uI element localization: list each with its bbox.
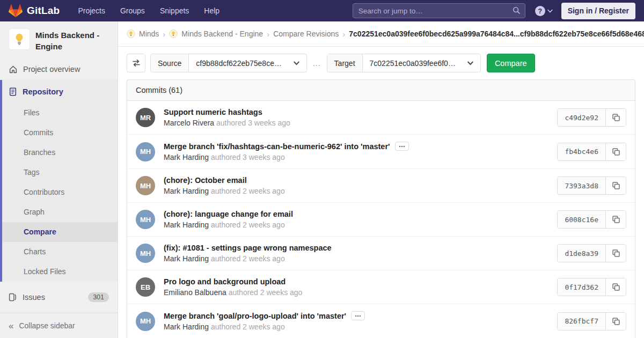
commit-sha-link[interactable]: 6008c16e	[558, 211, 605, 228]
commits-panel: Commits (61) MR Support numeric hashtags	[127, 79, 635, 338]
commit-title-link[interactable]: Merge branch 'goal/pro-logo-upload' into…	[164, 312, 346, 320]
nav-link[interactable]: Groups	[114, 3, 151, 18]
copy-commit-sha-button[interactable]	[605, 278, 626, 296]
commit-sha-group: 7393a3d8	[557, 177, 626, 195]
commit-title-link[interactable]: (chore): language change for email	[164, 210, 293, 218]
sidebar-subitem[interactable]: Locked Files	[2, 262, 118, 282]
commit-sha-group: fb4bc4e6	[557, 143, 626, 161]
target-ref-dropdown[interactable]: 7c02251ec0a039fee6f0…	[363, 54, 480, 72]
sidebar-item-issues[interactable]: Issues 301	[0, 285, 118, 309]
swap-arrows-icon	[132, 59, 141, 67]
chevron-down-icon	[467, 61, 473, 65]
commit-title-link[interactable]: (fix): #1081 - settings page wrong names…	[164, 244, 332, 252]
commit-authored-time: authored 3 weeks ago	[211, 153, 285, 161]
commit-title-link[interactable]: (chore): October email	[164, 176, 247, 185]
commit-author-link[interactable]: Marcelo Rivera	[164, 119, 214, 127]
gitlab-logo[interactable]: GitLab	[9, 4, 60, 17]
sidebar-item-project-overview[interactable]: Project overview	[0, 58, 118, 80]
author-avatar[interactable]: MH	[136, 210, 155, 229]
commit-authored-time: authored 2 weeks ago	[211, 221, 285, 229]
commit-authored-time: authored 2 weeks ago	[211, 254, 285, 263]
source-ref-group: Source cf9b88dcf622eb75e8ce…	[150, 54, 307, 72]
commit-authored-time: authored 2 weeks ago	[211, 322, 285, 331]
copy-icon	[612, 181, 620, 190]
nav-link[interactable]: Help	[197, 3, 226, 18]
author-avatar[interactable]: MH	[136, 176, 155, 195]
author-avatar[interactable]: MH	[136, 312, 155, 331]
copy-commit-sha-button[interactable]	[605, 245, 626, 262]
commit-sha-link[interactable]: fb4bc4e6	[558, 143, 605, 160]
sidebar-subitem[interactable]: Files	[2, 103, 118, 123]
commit-sha-link[interactable]: 0f17d362	[558, 278, 605, 296]
breadcrumb: Minds › Minds Backend - Engine ›	[118, 21, 644, 47]
commit-sha-link[interactable]: 826fbcf7	[558, 313, 605, 330]
commit-author-link[interactable]: Mark Harding	[164, 187, 209, 195]
swap-revisions-button[interactable]	[127, 54, 145, 72]
commit-sha-link[interactable]: c49d2e92	[558, 109, 605, 126]
target-label: Target	[327, 54, 363, 72]
breadcrumb-link[interactable]: Minds	[139, 30, 159, 38]
breadcrumb-item: Compare Revisions ›	[273, 30, 345, 39]
nav-link[interactable]: Snippets	[153, 3, 195, 18]
project-sidebar: Minds Backend - Engine Project overview …	[0, 21, 118, 338]
commit-description-expand-button[interactable]	[395, 142, 409, 151]
commit-author-link[interactable]: Mark Harding	[164, 322, 209, 331]
commit-sha-link[interactable]: d1de8a39	[558, 245, 605, 262]
commit-row: MH (chore): October email Mark Harding a…	[127, 168, 635, 202]
sidebar-section-repository: Repository FilesCommitsBranchesTagsContr…	[0, 80, 118, 282]
author-avatar[interactable]: EB	[136, 277, 155, 297]
sidebar-subitem[interactable]: Branches	[2, 143, 118, 163]
copy-commit-sha-button[interactable]	[605, 177, 626, 194]
sidebar-project-link[interactable]: Minds Backend - Engine	[0, 21, 118, 58]
author-avatar[interactable]: MR	[136, 108, 155, 127]
author-avatar[interactable]: MH	[136, 244, 155, 263]
source-ref-dropdown[interactable]: cf9b88dcf622eb75e8ce…	[189, 54, 306, 72]
sidebar-subitem[interactable]: Contributors	[2, 182, 118, 202]
ellipsis-icon	[355, 315, 361, 317]
lightbulb-icon	[171, 31, 176, 36]
gitlab-wordmark: GitLab	[27, 5, 60, 17]
lightbulb-icon	[128, 31, 134, 36]
nav-link[interactable]: Projects	[71, 3, 112, 18]
breadcrumb-current: 7c02251ec0a039fee6f0becd625a999a76484c84…	[349, 30, 644, 38]
sidebar-item-repository[interactable]: Repository	[2, 80, 118, 103]
help-menu[interactable]: ?	[535, 6, 553, 16]
compare-button[interactable]: Compare	[487, 54, 535, 72]
project-avatar	[9, 28, 30, 50]
author-avatar[interactable]: MH	[136, 142, 155, 161]
copy-commit-sha-button[interactable]	[605, 313, 626, 330]
breadcrumb-link[interactable]: Minds Backend - Engine	[181, 30, 263, 38]
collapse-sidebar-label: Collapse sidebar	[19, 321, 75, 330]
sign-in-register-button[interactable]: Sign in / Register	[561, 3, 635, 19]
commit-title-link[interactable]: Pro logo and background upload	[164, 277, 286, 286]
collapse-sidebar-button[interactable]: « Collapse sidebar	[0, 313, 118, 338]
copy-commit-sha-button[interactable]	[605, 109, 626, 126]
commit-author-link[interactable]: Mark Harding	[164, 153, 209, 161]
sidebar-subitem[interactable]: Graph	[2, 202, 118, 222]
gitlab-tanuki-icon	[9, 4, 23, 17]
breadcrumb-link[interactable]: Compare Revisions	[273, 30, 339, 38]
copy-commit-sha-button[interactable]	[605, 211, 626, 228]
commit-title-link[interactable]: Support numeric hashtags	[164, 108, 262, 116]
angle-double-left-icon: «	[9, 321, 13, 330]
commit-sha-link[interactable]: 7393a3d8	[558, 177, 605, 194]
commit-description-expand-button[interactable]	[351, 311, 365, 320]
search-input[interactable]	[353, 3, 525, 18]
copy-icon	[612, 249, 620, 258]
home-icon	[9, 65, 18, 74]
copy-commit-sha-button[interactable]	[605, 143, 626, 160]
breadcrumb-items: Minds › Minds Backend - Engine ›	[127, 30, 345, 39]
commit-sha-group: 0f17d362	[557, 278, 626, 296]
search-icon	[513, 6, 521, 14]
sidebar-subitem[interactable]: Compare	[2, 222, 118, 242]
commit-title-link[interactable]: Merge branch 'fix/hashtags-can-be-numeri…	[164, 142, 390, 151]
commit-author-link[interactable]: Mark Harding	[164, 254, 209, 263]
sidebar-subitem[interactable]: Tags	[2, 163, 118, 182]
sidebar-subitem[interactable]: Commits	[2, 123, 118, 143]
commit-author-link[interactable]: Mark Harding	[164, 221, 209, 229]
chevron-down-icon	[294, 61, 299, 65]
sidebar-subitem[interactable]: Charts	[2, 242, 118, 262]
main-nav: ProjectsGroupsSnippetsHelp	[71, 3, 226, 18]
commit-row: EB Pro logo and background upload Emilia…	[127, 270, 635, 304]
commit-author-link[interactable]: Emiliano Balbuena	[164, 288, 226, 297]
